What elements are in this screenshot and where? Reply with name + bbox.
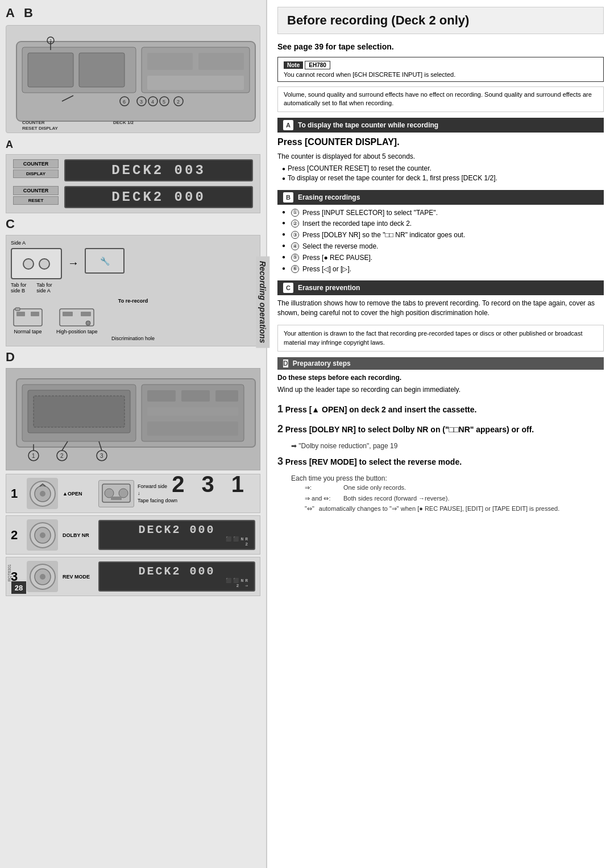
page-title: Before recording (Deck 2 only): [287, 13, 594, 28]
lcd-display-2: DECK2 000: [64, 186, 253, 208]
step-3-arrow: ⇒: [245, 583, 250, 588]
normal-tape-label: Normal tape: [14, 329, 42, 334]
page-number: 28: [11, 581, 26, 594]
to-re-record-label: To re-record: [11, 298, 255, 304]
section-d-badge: D: [283, 359, 288, 367]
display-label: DISPLAY: [13, 170, 59, 178]
big-num-1: 1: [231, 472, 244, 497]
counter-labels: COUNTER DISPLAY COUNTER RESET: [13, 159, 59, 205]
note-label: Note: [284, 61, 303, 69]
counter-reset-label: COUNTER: [13, 186, 59, 195]
svg-text:6: 6: [123, 99, 126, 105]
section-a-bullets: Press [COUNTER RESET] to reset the count…: [282, 164, 604, 183]
step-3-sub-intro: Each time you press the button:: [291, 474, 604, 483]
section-b-item-3: ③ Press [DOLBY NR] so the "□□ NR" indica…: [282, 230, 604, 240]
svg-text:1: 1: [32, 453, 35, 459]
step-2-dolby-icon: [27, 519, 58, 551]
section-c-body: The illustration shows how to remove the…: [277, 299, 604, 318]
section-b-item-5: ⑤ Press [● REC PAUSE].: [282, 253, 604, 263]
high-pos-tape-label: High-position tape: [56, 329, 98, 334]
svg-rect-28: [15, 308, 20, 311]
step-3-rev-icon: [27, 561, 58, 592]
svg-text:5: 5: [163, 99, 165, 105]
section-d-header: Preparatory steps: [293, 359, 351, 367]
svg-rect-5: [147, 53, 193, 70]
side-a-label: Side A: [11, 240, 255, 246]
svg-rect-25: [14, 309, 42, 326]
step-3-sub: Each time you press the button: ⇒: One s…: [291, 474, 604, 513]
diagram-d: 2 3 1 2 3 1: [6, 368, 260, 470]
device-d-illustration: 2 3 1: [11, 373, 261, 467]
svg-rect-4: [79, 53, 125, 87]
step-3-rev-label: REV MODE: [63, 574, 94, 580]
section-d-label: D: [6, 350, 15, 365]
step-2-lcd: DECK2 000 ⬛⬛NR 2: [98, 520, 255, 550]
step-2-dolby-label: DOLBY NR: [63, 532, 94, 538]
svg-text:2: 2: [177, 99, 180, 105]
svg-rect-41: [147, 407, 238, 416]
step-3-instruction: 3 Press [REV MODE] to select the reverse…: [277, 454, 604, 469]
step-3-row: 3 REV MODE DECK2 000 ⬛⬛NR 2 ⇒: [6, 557, 260, 596]
step-2-sub: ➡ "Dolby noise reduction", page 19: [291, 441, 604, 451]
step-3-nr: ⬛⬛NR: [104, 578, 250, 583]
cassette-side-view: 🔧: [85, 248, 125, 274]
section-a-badge: A: [283, 120, 293, 130]
step-2-num: 2: [104, 542, 250, 547]
step-3-num: 2: [237, 583, 241, 588]
step-1-num: 1: [277, 403, 283, 415]
big-num-3: 3: [202, 472, 214, 497]
diagram-c: Side A Tab for side B Tab for side A →: [6, 235, 260, 346]
section-b-item-6: ⑥ Press [◁] or [▷].: [282, 264, 604, 274]
note-text: You cannot record when [6CH DISCRETE INP…: [284, 71, 598, 78]
section-header-b: B Erasing recordings: [277, 190, 604, 205]
svg-rect-31: [81, 312, 91, 316]
svg-rect-26: [16, 312, 25, 316]
wind-up-text: Wind up the leader tape so recording can…: [277, 385, 604, 395]
info-box: Volume, sound quality and surround effec…: [277, 86, 604, 112]
section-a-label: A: [6, 6, 15, 20]
section-c-badge: C: [283, 283, 293, 293]
device-ab-illustration: 1 COUNTER RESET DISPLAY DECK 1/2 6 3 4 5…: [11, 30, 267, 133]
diagram-ab: 1 COUNTER RESET DISPLAY DECK 1/2 6 3 4 5…: [6, 25, 260, 133]
step-1-tape-label: Tape facing down: [138, 497, 177, 505]
svg-rect-30: [63, 312, 73, 316]
step-2-num: 2: [277, 423, 283, 435]
section-b-body: ① Press [INPUT SELECTOR] to select "TAPE…: [277, 208, 604, 274]
step-3-item-3: "⇔" automatically changes to "⇒" when [●…: [305, 505, 604, 513]
section-a-sub1: The counter is displayed for about 5 sec…: [277, 152, 604, 162]
svg-text:RESET DISPLAY: RESET DISPLAY: [22, 126, 58, 131]
svg-text:COUNTER: COUNTER: [22, 120, 45, 125]
section-a-body: Press [COUNTER DISPLAY]. The counter is …: [277, 136, 604, 183]
svg-rect-42: [147, 421, 238, 436]
step-2-number: 2: [11, 528, 22, 543]
section-b-list: ① Press [INPUT SELECTOR] to select "TAPE…: [282, 208, 604, 274]
section-a-header: To display the tape counter while record…: [298, 121, 438, 129]
cassette-top-view: Tab for side B Tab for side A: [11, 248, 62, 294]
svg-text:4: 4: [151, 99, 154, 105]
section-c-label: C: [6, 217, 15, 232]
svg-text:1: 1: [49, 38, 52, 43]
left-panel: A B 1 COUNT: [0, 0, 267, 868]
step-3-num: 3: [277, 456, 283, 467]
tab-side-a: Tab for side A: [36, 282, 62, 294]
big-num-2: 2: [172, 472, 184, 497]
section-a-instruction: Press [COUNTER DISPLAY].: [277, 136, 604, 148]
svg-rect-40: [215, 390, 238, 402]
section-b-item-4: ④ Select the reverse mode.: [282, 242, 604, 251]
info-text: Volume, sound quality and surround effec…: [284, 91, 592, 106]
section-b-item-2: ② Insert the recorded tape into deck 2.: [282, 219, 604, 229]
section-a2-label: A: [6, 139, 13, 151]
svg-rect-27: [31, 312, 39, 316]
section-header-d: D Preparatory steps: [277, 357, 604, 370]
big-nums-row: 2 3 1: [11, 472, 255, 497]
section-a-bullet2: To display or reset the tape counter for…: [282, 173, 604, 183]
svg-point-32: [86, 321, 90, 325]
counter-display-section: COUNTER DISPLAY COUNTER RESET DECK2 003 …: [6, 154, 260, 213]
section-header-a: A To display the tape counter while reco…: [277, 118, 604, 133]
see-page-text: See page 39 for tape selection.: [277, 42, 604, 51]
section-header-c: C Erasure prevention: [277, 280, 604, 295]
cassette-area: Tab for side B Tab for side A → 🔧: [11, 248, 255, 294]
section-b-badge: B: [283, 192, 293, 202]
note-box: Note EH780 You cannot record when [6CH D…: [277, 57, 604, 82]
step-2-row: 2 DOLBY NR DECK2 000 ⬛⬛NR 2: [6, 515, 260, 555]
